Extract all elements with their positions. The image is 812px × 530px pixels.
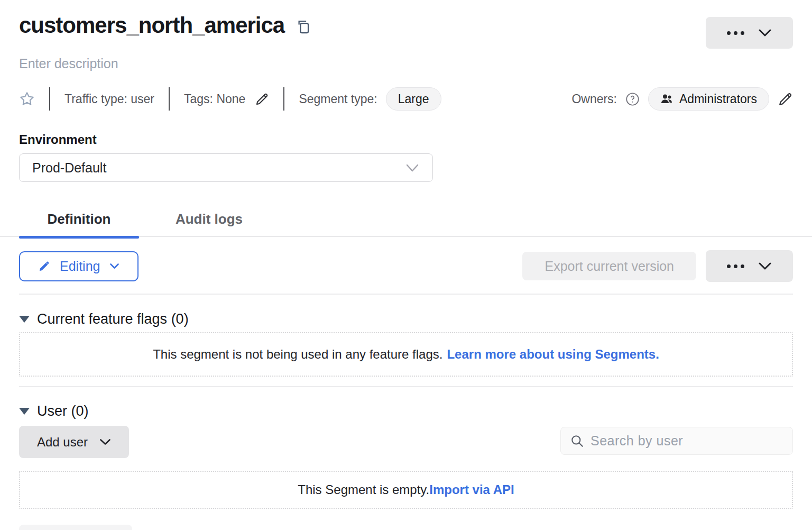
edit-owners-button[interactable]	[778, 92, 793, 107]
triangle-down-icon	[19, 316, 30, 323]
triangle-down-icon	[19, 408, 30, 415]
segment-type-label: Segment type:	[299, 92, 377, 106]
environment-label: Environment	[19, 132, 97, 147]
user-section-header[interactable]: User (0)	[19, 403, 89, 419]
export-version-button[interactable]: Export current version	[522, 252, 696, 280]
copy-icon	[296, 20, 310, 35]
pencil-icon	[778, 92, 793, 107]
chevron-down-icon	[758, 29, 772, 37]
meta-divider	[169, 87, 170, 111]
header: customers_north_america	[19, 13, 793, 38]
meta-divider	[49, 87, 50, 111]
search-user-input[interactable]	[590, 433, 783, 449]
people-icon	[660, 93, 673, 105]
search-user-box	[560, 427, 793, 455]
user-empty-text: This Segment is empty.	[298, 482, 429, 497]
chevron-down-icon	[405, 163, 420, 172]
segment-type-badge: Large	[386, 87, 441, 111]
learn-more-link[interactable]: Learn more about using Segments.	[447, 347, 659, 362]
toolbar-right: Export current version	[522, 250, 793, 282]
ellipsis-icon	[727, 31, 744, 35]
traffic-type-label: Traffic type: user	[64, 92, 154, 106]
meta-row: Traffic type: user Tags: None Segment ty…	[19, 87, 793, 111]
import-api-link[interactable]: Import via API	[429, 482, 514, 497]
cutoff-bottom-button[interactable]	[19, 525, 132, 530]
chevron-down-icon	[109, 263, 119, 269]
user-heading: User (0)	[37, 403, 89, 419]
environment-select[interactable]: Prod-Default	[19, 153, 433, 182]
section-divider	[19, 386, 793, 387]
feature-flags-empty-text: This segment is not being used in any fe…	[153, 347, 442, 362]
tab-definition[interactable]: Definition	[19, 202, 139, 236]
editing-dropdown-button[interactable]: Editing	[19, 251, 139, 281]
ellipsis-icon	[727, 264, 744, 268]
owners-value: Administrators	[679, 92, 757, 106]
segment-detail-page: customers_north_america Enter descriptio…	[0, 0, 812, 530]
add-user-button[interactable]: Add user	[19, 426, 129, 458]
pencil-icon	[255, 92, 269, 106]
search-icon	[570, 434, 584, 448]
help-circle-icon	[625, 92, 640, 106]
feature-flags-heading: Current feature flags (0)	[37, 311, 189, 327]
favorite-button[interactable]	[19, 91, 35, 107]
tab-bar: Definition Audit logs	[0, 202, 812, 237]
toolbar: Editing Export current version	[19, 250, 793, 282]
section-divider	[19, 294, 793, 295]
feature-flags-section-header[interactable]: Current feature flags (0)	[19, 311, 189, 327]
chevron-down-icon	[99, 438, 111, 445]
tags-label: Tags: None	[184, 92, 245, 106]
chevron-down-icon	[758, 262, 772, 270]
pencil-filled-icon	[38, 260, 50, 272]
meta-divider	[283, 87, 284, 111]
copy-name-button[interactable]	[296, 20, 310, 35]
owners-help-button[interactable]	[625, 92, 640, 106]
description-placeholder[interactable]: Enter description	[19, 56, 118, 71]
owners-badge: Administrators	[648, 87, 769, 111]
add-user-label: Add user	[37, 435, 88, 450]
user-empty-box: This Segment is empty. Import via API	[19, 471, 793, 509]
owners-group: Owners:	[571, 87, 793, 111]
header-more-button[interactable]	[706, 17, 793, 49]
tab-audit-logs[interactable]: Audit logs	[139, 202, 279, 236]
page-title: customers_north_america	[19, 13, 284, 38]
toolbar-more-button[interactable]	[706, 250, 793, 282]
owners-label: Owners:	[571, 92, 617, 106]
star-icon	[19, 91, 35, 107]
edit-tags-button[interactable]	[255, 92, 269, 106]
environment-value: Prod-Default	[32, 160, 405, 176]
feature-flags-empty-box: This segment is not being used in any fe…	[19, 332, 793, 377]
editing-label: Editing	[60, 259, 100, 274]
